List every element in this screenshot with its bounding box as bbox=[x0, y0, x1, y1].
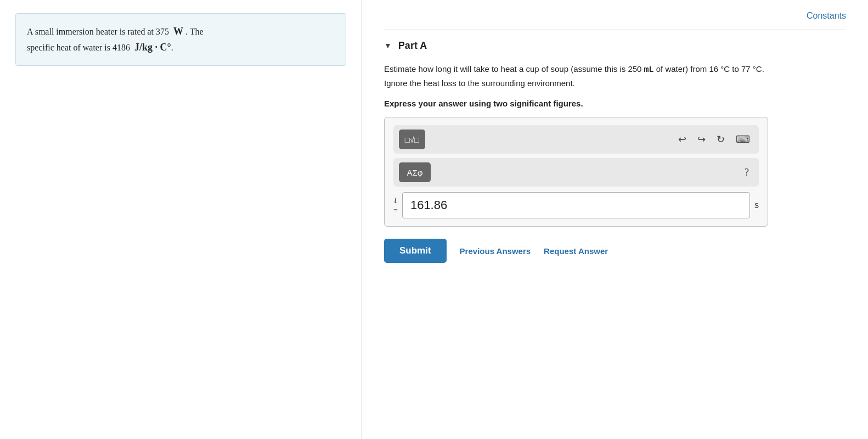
answer-input[interactable] bbox=[402, 192, 750, 218]
unit-label: s bbox=[754, 200, 759, 210]
variable-t: t bbox=[394, 195, 397, 206]
undo-button[interactable]: ↩ bbox=[675, 131, 690, 148]
problem-text-3: specific heat of water is 4186 bbox=[27, 43, 130, 52]
redo-button[interactable]: ↪ bbox=[694, 131, 709, 148]
unit-J: J/kg · C° bbox=[134, 42, 171, 53]
equals-sign: = bbox=[393, 206, 398, 216]
submit-button[interactable]: Submit bbox=[384, 239, 447, 263]
question-text: Estimate how long it will take to heat a… bbox=[384, 63, 768, 90]
input-row: t = s bbox=[393, 192, 759, 218]
previous-answers-link[interactable]: Previous Answers bbox=[460, 246, 531, 256]
constants-link[interactable]: Constants bbox=[384, 11, 846, 21]
part-collapse-arrow[interactable]: ▼ bbox=[384, 42, 392, 50]
part-header: ▼ Part A bbox=[384, 40, 846, 52]
problem-text-2: . The bbox=[185, 27, 204, 36]
right-panel: Constants ▼ Part A Estimate how long it … bbox=[362, 0, 868, 439]
refresh-button[interactable]: ↻ bbox=[713, 131, 728, 148]
request-answer-link[interactable]: Request Answer bbox=[544, 246, 608, 256]
action-row: Submit Previous Answers Request Answer bbox=[384, 239, 846, 263]
greek-button[interactable]: ΑΣφ bbox=[399, 162, 431, 182]
part-title: Part A bbox=[398, 40, 427, 52]
divider bbox=[384, 30, 846, 30]
help-button[interactable]: ? bbox=[740, 165, 753, 181]
left-panel: A small immersion heater is rated at 375… bbox=[0, 0, 362, 439]
problem-text-1: A small immersion heater is rated at 375 bbox=[27, 27, 169, 36]
answer-box: □√□ ↩ ↪ ↻ ⌨ ΑΣφ ? t = s bbox=[384, 117, 768, 227]
sig-figs-instruction: Express your answer using two significan… bbox=[384, 99, 846, 108]
toolbar-row-1: □√□ ↩ ↪ ↻ ⌨ bbox=[393, 125, 759, 154]
unit-W: W bbox=[173, 26, 183, 37]
variable-label: t = bbox=[393, 195, 398, 215]
toolbar-row-2: ΑΣφ ? bbox=[393, 158, 759, 187]
problem-box: A small immersion heater is rated at 375… bbox=[15, 13, 346, 66]
sqrt-icon: □√□ bbox=[405, 135, 419, 144]
problem-text-4: . bbox=[171, 43, 173, 52]
keyboard-button[interactable]: ⌨ bbox=[732, 131, 753, 148]
greek-btn-label: ΑΣφ bbox=[407, 168, 422, 177]
sqrt-button[interactable]: □√□ bbox=[399, 130, 425, 149]
